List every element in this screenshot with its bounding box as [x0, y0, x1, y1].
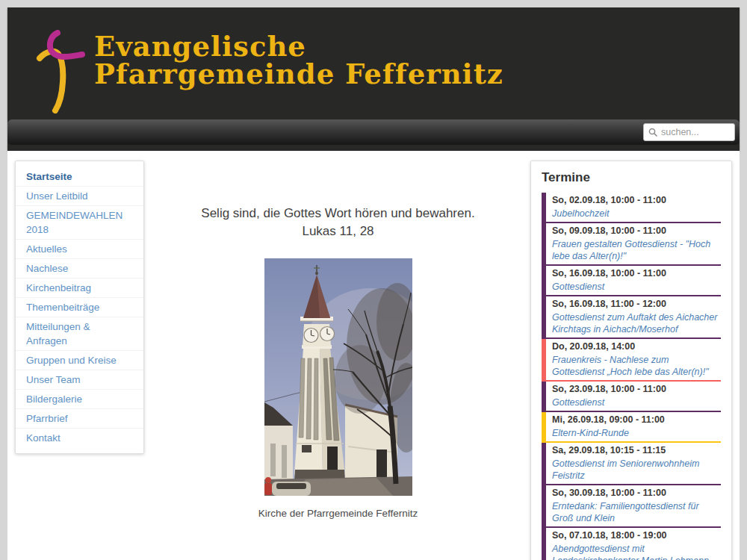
event-date: So, 23.09.18, 10:00 - 11:00	[552, 383, 719, 395]
termine-panel: Termine So, 02.09.18, 10:00 - 11:00 Jube…	[530, 161, 732, 560]
church-photo	[149, 258, 527, 496]
site-header: Evangelische Pfarrgemeinde Feffernitz	[7, 7, 740, 151]
bible-quote-text: Selig sind, die Gottes Wort hören und be…	[149, 205, 527, 223]
sidebar-menu-item[interactable]: Kirchenbeitrag	[16, 278, 143, 297]
cross-logo-icon	[34, 18, 88, 116]
search-input[interactable]	[661, 127, 730, 137]
termine-list: So, 02.09.18, 10:00 - 11:00 Jubelhochzei…	[542, 193, 721, 560]
termine-event: So, 07.10.18, 18:00 - 19:00 Abendgottesd…	[542, 528, 721, 560]
event-title-link[interactable]: Frauen gestalten Gottesdienst - "Hoch le…	[552, 238, 719, 262]
sidebar-menu-item[interactable]: Bildergalerie	[16, 389, 143, 408]
bible-quote: Selig sind, die Gottes Wort hören und be…	[149, 205, 527, 240]
event-date: So, 16.09.18, 11:00 - 12:00	[552, 298, 719, 310]
sidebar-menu-item[interactable]: Pfarrbrief	[16, 408, 143, 428]
event-date: So, 09.09.18, 10:00 - 11:00	[552, 225, 719, 237]
event-title-link[interactable]: Jubelhochzeit	[552, 208, 719, 220]
event-date: So, 30.09.18, 10:00 - 11:00	[552, 487, 719, 499]
event-title-link[interactable]: Gottesdienst im Seniorenwohnheim Feistri…	[552, 458, 719, 482]
termine-event: So, 02.09.18, 10:00 - 11:00 Jubelhochzei…	[542, 193, 721, 223]
event-title-link[interactable]: Gottesdienst zum Auftakt des Aichacher K…	[552, 311, 719, 335]
sidebar-menu-item[interactable]: Startseite	[16, 167, 143, 186]
page: Evangelische Pfarrgemeinde Feffernitz St	[0, 0, 747, 560]
termine-event: Mi, 26.09.18, 09:00 - 11:00 Eltern-Kind-…	[542, 412, 721, 443]
termine-event: So, 09.09.18, 10:00 - 11:00 Frauen gesta…	[542, 223, 721, 266]
sidebar-menu-item[interactable]: GEMEINDEWAHLEN 2018	[16, 205, 143, 239]
sidebar-menu-item[interactable]: Aktuelles	[16, 239, 143, 258]
termine-event: Do, 20.09.18, 14:00 Frauenkreis - Nachle…	[542, 339, 721, 382]
event-title-link[interactable]: Eltern-Kind-Runde	[552, 427, 719, 439]
sidebar-menu-item[interactable]: Kontakt	[16, 428, 143, 447]
main-content: Startseite Unser Leitbild GEMEINDEWAHLEN…	[7, 151, 740, 560]
termine-event: So, 23.09.18, 10:00 - 11:00 Gottesdienst	[542, 382, 721, 412]
navbar	[7, 119, 740, 145]
search-box	[643, 123, 735, 141]
event-date: So, 02.09.18, 10:00 - 11:00	[552, 194, 719, 206]
sidebar-menu-item[interactable]: Gruppen und Kreise	[16, 350, 143, 370]
event-date: Do, 20.09.18, 14:00	[552, 340, 719, 352]
sidebar-menu-item[interactable]: Themenbeiträge	[16, 297, 143, 317]
event-date: So, 07.10.18, 18:00 - 19:00	[552, 529, 719, 541]
main-column: Selig sind, die Gottes Wort hören und be…	[149, 151, 527, 519]
bible-quote-source: Lukas 11, 28	[149, 223, 527, 240]
event-title-link[interactable]: Frauenkreis - Nachlese zum Gottesdienst …	[552, 354, 719, 378]
event-title-link[interactable]: Abendgottesdienst mit Landeskirchenkanto…	[552, 543, 719, 560]
termine-event: Sa, 29.09.18, 10:15 - 11:15 Gottesdienst…	[542, 443, 721, 485]
termine-heading: Termine	[542, 170, 721, 185]
search-icon	[648, 128, 657, 137]
sidebar-menu-item[interactable]: Unser Leitbild	[16, 186, 143, 205]
site-logo-link[interactable]: Evangelische Pfarrgemeinde Feffernitz	[7, 7, 605, 119]
event-date: Mi, 26.09.18, 09:00 - 11:00	[552, 414, 719, 426]
event-date: So, 16.09.18, 10:00 - 11:00	[552, 267, 719, 279]
photo-caption: Kirche der Pfarrgemeinde Feffernitz	[149, 508, 527, 519]
event-title-link[interactable]: Gottesdienst	[552, 396, 719, 408]
sidebar-menu-item[interactable]: Mitteilungen & Anfragen	[16, 317, 143, 350]
sidebar-menu-item[interactable]: Unser Team	[16, 370, 143, 389]
event-date: Sa, 29.09.18, 10:15 - 11:15	[552, 444, 719, 456]
site-title-line2: Pfarrgemeinde Feffernitz	[94, 57, 503, 90]
sidebar-menu: Startseite Unser Leitbild GEMEINDEWAHLEN…	[15, 161, 144, 454]
termine-event: So, 30.09.18, 10:00 - 11:00 Erntedank: F…	[542, 485, 721, 528]
termine-event: So, 16.09.18, 11:00 - 12:00 Gottesdienst…	[542, 296, 721, 339]
event-title-link[interactable]: Erntedank: Familiengottesdienst für Groß…	[552, 500, 719, 524]
sidebar-menu-item[interactable]: Nachlese	[16, 258, 143, 278]
event-title-link[interactable]: Gottesdienst	[552, 281, 719, 293]
termine-event: So, 16.09.18, 10:00 - 11:00 Gottesdienst	[542, 266, 721, 296]
site-title: Evangelische Pfarrgemeinde Feffernitz	[94, 33, 503, 88]
